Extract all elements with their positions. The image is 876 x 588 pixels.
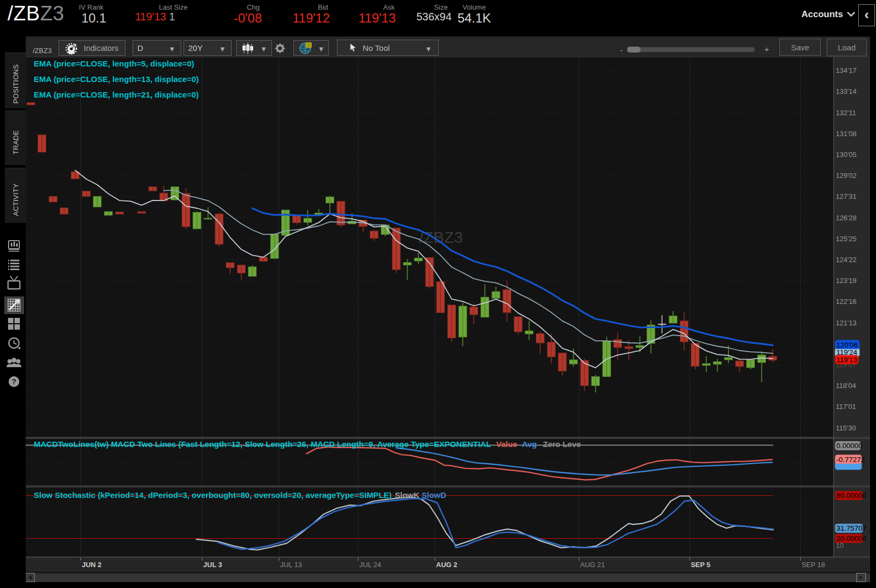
- svg-text:117'01: 117'01: [836, 403, 856, 411]
- svg-text:SEP 18: SEP 18: [801, 561, 825, 569]
- svg-text:AUG 21: AUG 21: [580, 561, 605, 569]
- svg-text:SEP 5: SEP 5: [691, 561, 711, 569]
- svg-text:130'05: 130'05: [836, 151, 857, 159]
- svg-text:Zero Leve: Zero Leve: [543, 440, 581, 449]
- svg-text:125'25: 125'25: [836, 235, 857, 243]
- svg-text:JUL 3: JUL 3: [203, 561, 222, 569]
- svg-text:SlowK: SlowK: [395, 490, 419, 500]
- svg-text:JUL 24: JUL 24: [359, 561, 381, 569]
- svg-text:SlowD: SlowD: [422, 490, 446, 500]
- svg-text:124'22: 124'22: [836, 256, 857, 264]
- svg-text:EMA (price=CLOSE, length=13, d: EMA (price=CLOSE, length=13, displace=0): [34, 75, 198, 84]
- svg-text:EMA (price=CLOSE, length=21, d: EMA (price=CLOSE, length=21, displace=0): [34, 90, 198, 99]
- svg-text:JUL 13: JUL 13: [280, 561, 302, 569]
- svg-text:122'16: 122'16: [836, 297, 857, 306]
- svg-text:EMA (price=CLOSE, length=5, di: EMA (price=CLOSE, length=5, displace=0): [34, 59, 194, 68]
- svg-text:?: ?: [12, 377, 17, 386]
- svg-text:126'28: 126'28: [836, 214, 857, 222]
- svg-text:131'08: 131'08: [836, 130, 857, 138]
- svg-text:133'14: 133'14: [836, 87, 857, 95]
- svg-text:80.00000: 80.00000: [836, 492, 866, 500]
- svg-text:MACDTwoLines(tw) MACD Two Line: MACDTwoLines(tw) MACD Two Lines (Fast Le…: [34, 440, 491, 449]
- svg-text:115'30: 115'30: [836, 424, 856, 432]
- svg-text:AUG 2: AUG 2: [436, 561, 458, 569]
- svg-text:123'19: 123'19: [836, 277, 857, 285]
- svg-text:Slow Stochastic (kPeriod=14, d: Slow Stochastic (kPeriod=14, dPeriod=3, …: [34, 490, 392, 500]
- svg-text:134'17: 134'17: [836, 66, 857, 75]
- svg-text:31.75707: 31.75707: [836, 524, 866, 532]
- svg-text:0.00000: 0.00000: [836, 442, 863, 450]
- svg-text:Value: Value: [496, 440, 517, 449]
- svg-text:Avg: Avg: [522, 440, 537, 449]
- svg-text:118'04: 118'04: [836, 382, 856, 390]
- svg-text:10: 10: [836, 541, 843, 549]
- svg-text:-0.77272: -0.77272: [836, 456, 865, 464]
- svg-text:127'31: 127'31: [836, 192, 857, 200]
- svg-text:132'11: 132'11: [836, 109, 856, 117]
- svg-text:119'13: 119'13: [836, 356, 857, 364]
- svg-text:JUN 2: JUN 2: [82, 561, 102, 569]
- svg-text:129'02: 129'02: [836, 172, 857, 180]
- svg-text:121'13: 121'13: [836, 319, 857, 327]
- svg-text:120'06: 120'06: [836, 341, 858, 349]
